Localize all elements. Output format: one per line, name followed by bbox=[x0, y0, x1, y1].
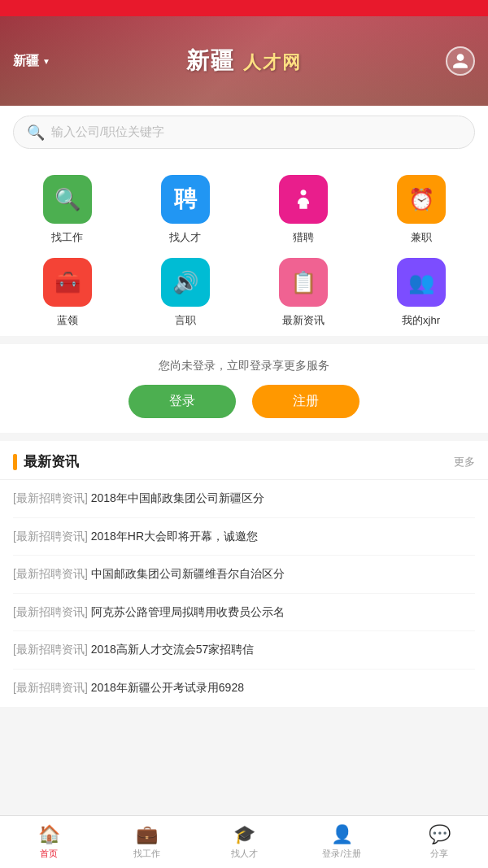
login-register-nav-label: 登录/注册 bbox=[322, 848, 360, 860]
news-tag: [最新招聘资讯] bbox=[13, 681, 88, 694]
site-title-cn: 新疆 人才网 bbox=[186, 46, 302, 76]
parttime-icon: ⏰ bbox=[397, 175, 446, 224]
find-job-label: 找工作 bbox=[51, 230, 83, 245]
news-item[interactable]: [最新招聘资讯] 2018年中国邮政集团公司新疆区分 bbox=[13, 480, 475, 518]
menu-item-my-xjhr[interactable]: 👥 我的xjhr bbox=[362, 258, 480, 328]
share-nav-label: 分享 bbox=[430, 848, 448, 860]
find-talent-nav-icon: 🎓 bbox=[233, 824, 255, 845]
menu-item-speech[interactable]: 🔊 言职 bbox=[126, 258, 244, 328]
find-job-nav-icon: 💼 bbox=[136, 824, 158, 845]
nav-item-find-talent[interactable]: 🎓 找人才 bbox=[195, 824, 293, 860]
my-xjhr-icon: 👥 bbox=[397, 258, 446, 307]
news-title-bar bbox=[13, 454, 17, 470]
news-item[interactable]: [最新招聘资讯] 2018年新疆公开考试录用6928 bbox=[13, 670, 475, 707]
blue-collar-icon: 🧰 bbox=[43, 258, 92, 307]
menu-item-find-job[interactable]: 🔍 找工作 bbox=[8, 175, 126, 245]
blue-collar-label: 蓝领 bbox=[57, 313, 78, 328]
user-icon bbox=[451, 52, 469, 70]
user-avatar[interactable] bbox=[446, 46, 475, 76]
news-content: 2018年中国邮政集团公司新疆区分 bbox=[88, 491, 264, 504]
region-selector[interactable]: 新疆 ▼ bbox=[13, 53, 50, 70]
search-placeholder-text: 输入公司/职位关键字 bbox=[51, 124, 164, 140]
find-talent-label: 找人才 bbox=[169, 230, 201, 245]
search-bar[interactable]: 🔍 输入公司/职位关键字 bbox=[13, 116, 475, 149]
register-button[interactable]: 注册 bbox=[252, 385, 359, 418]
nav-item-find-job[interactable]: 💼 找工作 bbox=[98, 824, 195, 860]
latest-news-icon: 📋 bbox=[279, 258, 328, 307]
headhunt-label: 猎聘 bbox=[293, 230, 314, 245]
news-more-link[interactable]: 更多 bbox=[454, 455, 475, 469]
news-title-wrap: 最新资讯 bbox=[13, 452, 79, 471]
login-prompt: 您尚未登录，立即登录享更多服务 登录 注册 bbox=[0, 344, 488, 433]
news-tag: [最新招聘资讯] bbox=[13, 567, 88, 580]
login-buttons: 登录 注册 bbox=[16, 385, 472, 418]
menu-item-latest-news[interactable]: 📋 最新资讯 bbox=[244, 258, 362, 328]
login-prompt-text: 您尚未登录，立即登录享更多服务 bbox=[16, 359, 472, 373]
news-list: [最新招聘资讯] 2018年中国邮政集团公司新疆区分[最新招聘资讯] 2018年… bbox=[0, 480, 488, 707]
news-item[interactable]: [最新招聘资讯] 中国邮政集团公司新疆维吾尔自治区分 bbox=[13, 556, 475, 594]
speech-icon: 🔊 bbox=[161, 258, 210, 307]
menu-item-parttime[interactable]: ⏰ 兼职 bbox=[362, 175, 480, 245]
news-content: 2018高新人才交流会57家招聘信 bbox=[88, 643, 255, 656]
bottom-navigation: 🏠 首页 💼 找工作 🎓 找人才 👤 登录/注册 💬 分享 bbox=[0, 815, 488, 868]
home-nav-label: 首页 bbox=[40, 848, 58, 860]
my-xjhr-label: 我的xjhr bbox=[402, 313, 440, 328]
news-tag: [最新招聘资讯] bbox=[13, 491, 88, 504]
news-section: 最新资讯 更多 [最新招聘资讯] 2018年中国邮政集团公司新疆区分[最新招聘资… bbox=[0, 441, 488, 707]
search-icon: 🔍 bbox=[27, 125, 45, 140]
home-nav-icon: 🏠 bbox=[38, 824, 60, 845]
login-button[interactable]: 登录 bbox=[129, 385, 236, 418]
header-title: 新疆 人才网 bbox=[186, 46, 302, 76]
nav-item-login-register[interactable]: 👤 登录/注册 bbox=[293, 824, 390, 860]
news-header: 最新资讯 更多 bbox=[0, 441, 488, 480]
news-item[interactable]: [最新招聘资讯] 阿克苏公路管理局拟聘用收费员公示名 bbox=[13, 594, 475, 632]
menu-item-headhunt[interactable]: 猎聘 bbox=[244, 175, 362, 245]
status-bar bbox=[0, 0, 488, 16]
news-content: 中国邮政集团公司新疆维吾尔自治区分 bbox=[88, 567, 285, 580]
speech-label: 言职 bbox=[175, 313, 196, 328]
share-nav-icon: 💬 bbox=[429, 824, 451, 845]
search-wrapper: 🔍 输入公司/职位关键字 bbox=[0, 106, 488, 159]
find-job-icon: 🔍 bbox=[43, 175, 92, 224]
news-content: 阿克苏公路管理局拟聘用收费员公示名 bbox=[88, 605, 285, 618]
nav-item-share[interactable]: 💬 分享 bbox=[390, 824, 488, 860]
menu-item-find-talent[interactable]: 聘 找人才 bbox=[126, 175, 244, 245]
region-dropdown-arrow: ▼ bbox=[42, 57, 50, 66]
news-content: 2018年HR大会即将开幕，诚邀您 bbox=[88, 530, 258, 543]
menu-grid: 🔍 找工作 聘 找人才 猎聘 ⏰ 兼职 🧰 蓝领 🔊 言职 📋 最新资讯 👥 我… bbox=[0, 159, 488, 336]
latest-news-label: 最新资讯 bbox=[282, 313, 325, 328]
news-tag: [最新招聘资讯] bbox=[13, 530, 88, 543]
find-job-nav-label: 找工作 bbox=[133, 848, 160, 860]
nav-item-home[interactable]: 🏠 首页 bbox=[0, 824, 98, 860]
news-content: 2018年新疆公开考试录用6928 bbox=[88, 681, 244, 694]
parttime-label: 兼职 bbox=[411, 230, 432, 245]
region-label: 新疆 bbox=[13, 53, 39, 70]
news-item[interactable]: [最新招聘资讯] 2018高新人才交流会57家招聘信 bbox=[13, 631, 475, 670]
news-tag: [最新招聘资讯] bbox=[13, 643, 88, 656]
find-talent-icon: 聘 bbox=[161, 175, 210, 224]
news-tag: [最新招聘资讯] bbox=[13, 605, 88, 618]
headhunt-icon bbox=[279, 175, 328, 224]
news-title: 最新资讯 bbox=[24, 452, 79, 471]
header: 新疆 ▼ 新疆 人才网 bbox=[0, 16, 488, 106]
find-talent-nav-label: 找人才 bbox=[231, 848, 258, 860]
menu-item-blue-collar[interactable]: 🧰 蓝领 bbox=[8, 258, 126, 328]
login-register-nav-icon: 👤 bbox=[331, 824, 353, 845]
news-item[interactable]: [最新招聘资讯] 2018年HR大会即将开幕，诚邀您 bbox=[13, 518, 475, 556]
